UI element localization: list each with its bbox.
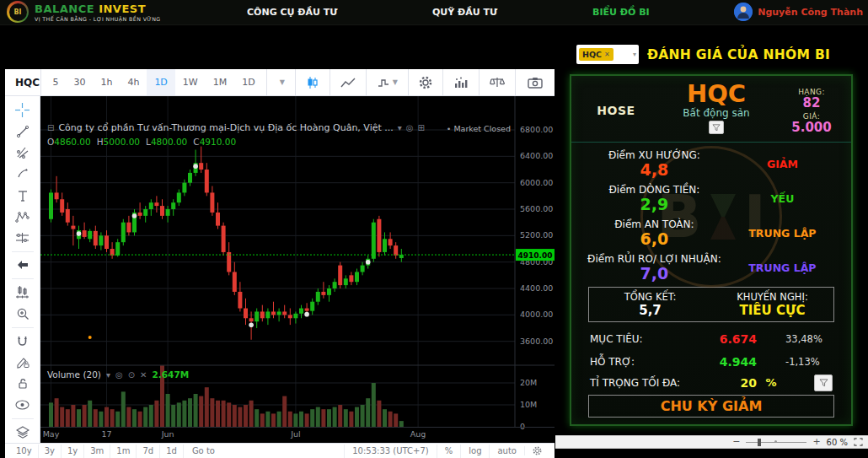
interval-button-4h[interactable]: 4h [120,69,147,95]
lock-all-tool[interactable] [10,373,35,394]
range-button-1y[interactable]: 1y [62,445,84,458]
settings-gear-button[interactable] [409,69,443,95]
app-root: BI BALANCE INVEST VỊ THẾ CÂN BẰNG - LỢI … [0,0,868,458]
zoom-in-button[interactable]: + [812,438,820,446]
interval-button-30[interactable]: 30 [66,69,93,95]
chart-canvas[interactable]: 6800.006400.006000.005600.005200.004800.… [40,96,555,443]
compare-scales-button[interactable] [480,69,515,95]
metric-row-3: Điểm RỦI RO/ LỢI NHUẬN:7,0TRUNG LẬP [583,251,839,285]
metrics-section: BI Điểm XU HƯỚNG:4,8GIẢMĐiểm DÒNG TIỀN:2… [571,143,851,285]
volume-legend[interactable]: Volume (20) ▾ ◎ ⊙ ✕ 2.647M [47,369,189,380]
ticker-tag[interactable]: HQC✕ [579,48,613,61]
crosshair-tool[interactable] [10,100,35,121]
scale-toggle-log[interactable]: log [460,445,489,458]
cycle-button[interactable]: CHU KỲ GIẢM [588,395,834,418]
company-legend[interactable]: ⊟ Công ty cổ phần Tư vấn-Thương mại-Dịch… [47,122,425,133]
measure-tool[interactable] [10,282,35,303]
panel-title-row: HQC✕ ▾ ĐÁNH GIÁ CỦA NHÓM BI [576,45,830,64]
interval-button-1w[interactable]: 1W [175,69,206,95]
svg-text:5200.00: 5200.00 [520,230,553,240]
symbol-box[interactable]: HQC [5,69,41,95]
top-nav: BI BALANCE INVEST VỊ THẾ CÂN BẰNG - LỢI … [0,0,868,25]
stock-card-header: HOSE HQC Bất động sản HẠNG: 82 GIÁ: 5.00… [571,76,851,143]
svg-text:4000.00: 4000.00 [520,310,553,319]
metric-label: Điểm AN TOÀN: [583,218,726,230]
brand-name: BALANCE INVEST [35,3,161,15]
avatar [734,3,753,21]
brand[interactable]: BI BALANCE INVEST VỊ THẾ CÂN BẰNG - LỢI … [7,1,161,23]
metric-status: TRUNG LẬP [726,261,839,274]
interval-button-1d[interactable]: 1D [147,69,174,95]
metric-row-0: Điểm XU HƯỚNG:4,8GIẢM [583,147,839,181]
panel-title: ĐÁNH GIÁ CỦA NHÓM BI [647,47,830,62]
text-tool[interactable] [10,185,35,206]
user-menu[interactable]: Nguyễn Công Thành [734,3,863,21]
legend-dropdown-icon[interactable]: ▾ [398,123,402,132]
interval-button-1m[interactable]: 1M [206,69,235,95]
trendline-tool[interactable] [10,121,35,142]
target-label: HỖ TRỢ: [590,356,696,368]
layers-tool[interactable] [10,422,35,443]
zoom-slider-handle[interactable] [758,439,761,446]
volume-hide-icon[interactable]: ◎ [115,370,123,380]
interval-dropdown-button[interactable]: ▼ [267,69,296,95]
chart-bottom-bar: 10y3y1y3m1m7d1d Go to 10:53:33 (UTC+7) %… [5,443,555,458]
bi-rating-card: HOSE HQC Bất động sản HẠNG: 82 GIÁ: 5.00… [570,74,853,426]
max-weight-label: TỈ TRỌNG TỐI ĐA: [590,377,696,389]
hide-drawings-tool[interactable] [10,394,35,415]
volume-close-icon[interactable]: ✕ [140,370,147,380]
interval-button-1h[interactable]: 1h [93,69,120,95]
nav-item-quy-dau-tu[interactable]: QUỸ ĐẦU TƯ [432,7,497,18]
camera-snapshot-button[interactable] [515,69,555,95]
svg-text:5600.00: 5600.00 [520,204,553,213]
magnet-tool[interactable] [10,331,35,352]
range-button-1m[interactable]: 1m [110,445,137,458]
target-row-0: MỤC TIÊU:6.67433,48% [571,327,851,350]
compare-line-button[interactable] [330,69,367,95]
goto-button[interactable]: Go to [184,446,223,455]
volume-label: Volume (20) [47,369,101,380]
back-arrow-tool[interactable] [10,255,35,276]
zoom-slider[interactable] [746,442,806,443]
indicators-button[interactable] [443,69,480,95]
scale-toggle-%[interactable]: % [437,445,461,458]
svg-text:Jul: Jul [290,429,300,439]
tag-remove-icon[interactable]: ✕ [604,51,610,58]
gann-fib-tool[interactable] [10,143,35,164]
svg-text:Jun: Jun [161,429,174,439]
xabcd-pattern-tool[interactable] [10,206,35,227]
drawing-lock-tool[interactable] [10,352,35,373]
sector-filter-button[interactable] [709,121,724,134]
range-button-3m[interactable]: 3m [84,445,110,458]
nav-item-cong-cu-dau-tu[interactable]: CÔNG CỤ ĐẦU TƯ [247,7,338,18]
range-button-10y[interactable]: 10y [10,445,39,458]
line-style-button[interactable]: ▼ [367,69,409,95]
chart-type-candles-button[interactable] [296,69,330,95]
brush-tool[interactable] [10,164,35,185]
target-pct: -1,13% [785,356,811,368]
range-button-7d[interactable]: 7d [137,445,160,458]
zoom-level: 60 % [827,438,848,447]
range-button-3y[interactable]: 3y [39,445,62,458]
volume-settings-icon[interactable]: ⊙ [128,370,135,380]
nav-item-bieu-do-bi[interactable]: BIỂU ĐỒ BI [592,7,650,18]
ticker-select[interactable]: HQC✕ ▾ [576,45,639,64]
interval-button-1d-2[interactable]: 1D [234,69,262,95]
fullscreen-button[interactable] [854,438,863,446]
legend-add-icon[interactable]: ⊞ [418,123,425,132]
collapse-legend-icon[interactable]: ⊟ [47,123,54,132]
timezone-settings-icon[interactable] [524,446,549,455]
weight-filter-button[interactable] [814,374,833,391]
recommendation-label: KHUYẾN NGHỊ: [711,291,833,303]
legend-circle-icon[interactable]: ◎ [406,123,414,132]
scale-toggle-auto[interactable]: auto [489,445,524,458]
forecast-tool[interactable] [10,228,35,249]
ohlc-key: L [146,137,151,147]
volume-dropdown-icon[interactable]: ▾ [106,370,110,380]
zoom-out-button[interactable]: − [732,438,740,446]
zoom-in-tool[interactable] [10,303,35,324]
interval-button-5[interactable]: 5 [45,69,66,95]
ohlc-value: 5000.00 [104,137,140,147]
range-button-1d[interactable]: 1d [160,445,184,458]
interval-group: 5301h4h1D1W1M1D [41,69,266,95]
